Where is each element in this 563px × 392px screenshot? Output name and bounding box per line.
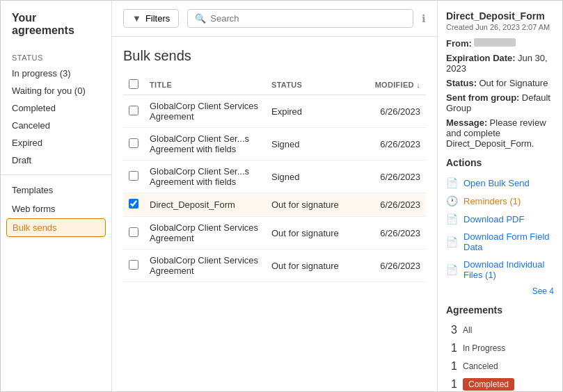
panel-from-field: From: [446,38,554,49]
agreements-in-progress-count: 1 [446,342,457,354]
reminders-action[interactable]: 🕐 Reminders (1) [446,192,554,210]
row-title: GlobalCorp Client Ser...s Agreement with… [144,128,266,161]
row-modified: 6/26/2023 [356,128,426,161]
sidebar-item-draft[interactable]: Draft [1,152,111,169]
right-panel: Direct_Deposit_Form Created Jun 26, 2023… [437,1,562,391]
row-modified: 6/26/2023 [356,217,426,250]
download-pdf-icon: 📄 [446,213,458,224]
bulk-sends-area: Bulk sends TITLE STATUS MODIFIED ↓ [112,37,437,391]
row-checkbox-cell [123,217,144,250]
row-status: Out for signature [266,250,356,282]
sidebar-item-templates[interactable]: Templates [1,181,111,199]
row-checkbox[interactable] [129,199,138,209]
sidebar-item-web-forms[interactable]: Web forms [1,199,111,218]
row-title: GlobalCorp Client Services Agreement [144,217,266,250]
panel-subtitle: Created Jun 26, 2023 2:07 AM [446,23,554,31]
row-checkbox[interactable] [129,106,138,115]
sidebar-item-expired[interactable]: Expired [1,134,111,152]
table-row: Direct_Deposit_Form Out for signature 6/… [123,193,426,217]
row-title: GlobalCorp Client Ser...s Agreement with… [144,161,266,193]
agreements-all-row: 3 All [446,321,554,339]
panel-status-value: Out for Signature [479,78,548,88]
row-status: Signed [266,128,356,161]
row-status: Out for signature [266,193,356,217]
select-all-checkbox[interactable] [129,79,138,89]
sidebar-divider [1,174,111,175]
table-row: GlobalCorp Client Ser...s Agreement with… [123,128,426,161]
row-title: Direct_Deposit_Form [144,193,266,217]
filter-icon: ▼ [132,13,141,24]
agreements-in-progress-row: 1 In Progress [446,339,554,357]
info-icon[interactable]: ℹ [422,13,426,25]
open-bulk-send-action[interactable]: 📄 Open Bulk Send [446,174,554,192]
download-form-field-icon: 📄 [446,236,458,247]
download-pdf-action[interactable]: 📄 Download PDF [446,210,554,228]
completed-badge: Completed [463,378,514,391]
search-box: 🔍 [187,9,413,28]
sidebar-item-canceled[interactable]: Canceled [1,117,111,134]
row-modified: 6/26/2023 [356,161,426,193]
row-title: GlobalCorp Client Services Agreement [144,250,266,282]
filter-button[interactable]: ▼ Filters [123,9,179,28]
panel-title: Direct_Deposit_Form [446,10,554,22]
agreements-completed-count: 1 [446,378,457,391]
download-individual-action[interactable]: 📄 Download Individual Files (1) [446,256,554,284]
actions-section-title: Actions [446,157,554,168]
row-checkbox[interactable] [129,171,138,181]
row-modified: 6/26/2023 [356,95,426,128]
row-checkbox-cell [123,250,144,282]
download-individual-icon: 📄 [446,264,458,275]
download-form-field-action[interactable]: 📄 Download Form Field Data [446,228,554,256]
search-input[interactable] [210,13,406,24]
sidebar-item-waiting[interactable]: Waiting for you (0) [1,82,111,99]
agreements-canceled-row: 1 Canceled [446,357,554,375]
sidebar: Your agreements STATUS In progress (3) W… [1,1,112,391]
open-bulk-send-icon: 📄 [446,177,458,188]
row-checkbox-cell [123,161,144,193]
agreements-table: TITLE STATUS MODIFIED ↓ GlobalCorp Clien… [123,75,426,282]
agreements-section: 3 All 1 In Progress 1 Canceled 1 Complet… [446,321,554,391]
table-row: GlobalCorp Client Services Agreement Exp… [123,95,426,128]
agreements-completed-row: 1 Completed [446,375,554,391]
main-header: ▼ Filters 🔍 ℹ [112,1,437,37]
agreements-all-count: 3 [446,324,457,336]
row-checkbox-cell [123,193,144,217]
col-header-status[interactable]: STATUS [266,75,356,95]
col-header-modified[interactable]: MODIFIED ↓ [356,75,426,95]
col-header-title[interactable]: TITLE [144,75,266,95]
agreements-all-label: All [463,325,472,335]
main-content: ▼ Filters 🔍 ℹ Bulk sends TITLE STATUS [112,1,437,391]
agreements-canceled-label: Canceled [463,361,498,371]
row-modified: 6/26/2023 [356,250,426,282]
row-status: Signed [266,161,356,193]
agreements-canceled-count: 1 [446,360,457,373]
row-checkbox[interactable] [129,138,138,148]
row-status: Out for signature [266,217,356,250]
row-checkbox-cell [123,128,144,161]
panel-from-value [474,38,516,47]
sidebar-item-completed[interactable]: Completed [1,99,111,117]
panel-message-field: Message: Please review and complete Dire… [446,117,554,149]
sidebar-title: Your agreements [1,12,111,48]
row-modified: 6/26/2023 [356,193,426,217]
row-status: Expired [266,95,356,128]
see-all-link[interactable]: See 4 [446,286,554,296]
row-checkbox[interactable] [129,260,138,270]
panel-expiration-field: Expiration Date: Jun 30, 2023 [446,53,554,74]
panel-status-field: Status: Out for Signature [446,78,554,88]
sidebar-item-in-progress[interactable]: In progress (3) [1,65,111,82]
agreements-in-progress-label: In Progress [463,343,505,353]
row-checkbox-cell [123,95,144,128]
row-checkbox[interactable] [129,227,138,237]
agreements-section-title: Agreements [446,304,554,316]
table-row: GlobalCorp Client Services Agreement Out… [123,217,426,250]
sidebar-item-bulk-sends[interactable]: Bulk sends [6,218,106,237]
search-icon: 🔍 [195,13,206,24]
table-row: GlobalCorp Client Services Agreement Out… [123,250,426,282]
row-title: GlobalCorp Client Services Agreement [144,95,266,128]
page-title: Bulk sends [123,48,426,64]
col-header-check [123,75,144,95]
panel-sent-from-field: Sent from group: Default Group [446,92,554,113]
table-header-row: TITLE STATUS MODIFIED ↓ [123,75,426,95]
status-section-label: STATUS [1,48,111,65]
